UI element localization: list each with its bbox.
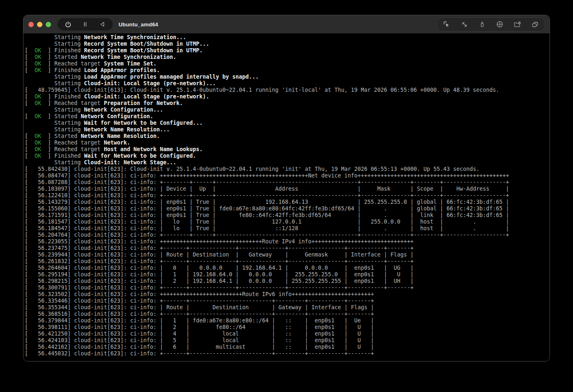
titlebar: Ubuntu_amd64 [23, 15, 550, 33]
console-text-segment: [ 56.398111] cloud-init[623]: ci-info: |… [25, 324, 374, 330]
console-text-segment: [ 56.442162] cloud-init[623]: ci-info: |… [25, 344, 374, 350]
console-text-segment: [ 56.368516] cloud-init[623]: ci-info: +… [25, 311, 374, 317]
console-text-segment: [ 56.355344] cloud-init[623]: ci-info: |… [25, 304, 374, 310]
console-line: [ 56.184547] cloud-init[623]: ci-info: |… [25, 225, 550, 232]
console-line: [ OK ] Reached target Preparation for Ne… [25, 100, 550, 107]
console-text-segment: OK [35, 100, 41, 106]
console-text-segment: Network Name Resolution. [81, 133, 160, 139]
console-text-segment: Starting [25, 120, 84, 126]
console-text-segment: [ 56.445032] cloud-init[623]: ci-info: +… [25, 350, 374, 357]
console-line: [ 56.239944] cloud-init[623]: ci-info: |… [25, 252, 550, 258]
console-text-segment: [ 56.379844] cloud-init[623]: ci-info: |… [25, 317, 374, 324]
console-line: [ 56.264604] cloud-init[623]: ci-info: |… [25, 265, 550, 271]
console-line: [ 56.171591] cloud-init[623]: ci-info: |… [25, 212, 550, 219]
console-text-segment: OK [35, 146, 41, 152]
console-line: [ 56.237475] cloud-init[623]: ci-info: +… [25, 245, 550, 252]
console-text-segment: ] Started [41, 54, 81, 60]
pause-icon [82, 21, 89, 28]
console-text-segment: [ 56.184547] cloud-init[623]: ci-info: |… [25, 225, 509, 231]
console-text-segment: [ 56.143279] cloud-init[623]: ci-info: |… [25, 199, 509, 205]
console-text-segment: Starting [25, 107, 84, 113]
console-line: [ OK ] Started Network Configuration. [25, 113, 550, 120]
console-text-segment: Network Time Synchronization... [84, 34, 186, 40]
console-text-segment: ] Reached target [41, 140, 104, 146]
vm-window: Ubuntu_amd64 [23, 15, 550, 362]
resize-button[interactable] [461, 21, 468, 28]
console-text-segment: ] Finished [41, 67, 84, 73]
console-text-segment: OK [35, 93, 41, 100]
console-text-segment: [ 48.759645] cloud-init[613]: Cloud-init… [25, 87, 499, 93]
console-text-segment: OK [35, 133, 41, 139]
console-text-segment: OK [35, 113, 41, 119]
console-text-segment: System Time Set. [104, 61, 156, 67]
shared-folder-button[interactable] [514, 21, 521, 28]
capture-cursor-button[interactable] [443, 21, 450, 28]
console-line: [ 56.295194] cloud-init[623]: ci-info: |… [25, 271, 550, 278]
minimize-button[interactable] [37, 22, 42, 27]
console-line: [ 56.421250] cloud-init[623]: ci-info: |… [25, 331, 550, 337]
console-text-segment: [ 56.264604] cloud-init[623]: ci-info: |… [25, 265, 414, 271]
console-text-segment: OK [35, 153, 41, 159]
console-text-segment: Network Configuration... [84, 107, 163, 113]
console-text-segment: [ [25, 54, 35, 60]
console-text-segment: Load AppArmor profiles. [84, 67, 160, 73]
console-line: Starting Network Time Synchronization... [25, 34, 550, 41]
console-line: [ OK ] Finished Load AppArmor profiles. [25, 67, 550, 74]
console-line: [ 56.424103] cloud-init[623]: ci-info: |… [25, 337, 550, 344]
console-text-segment: [ [25, 100, 35, 106]
usb-button[interactable] [478, 21, 486, 28]
console-text-segment: Wait for Network to be Configured... [84, 120, 203, 126]
console-text-segment: Network Name Resolution... [84, 126, 170, 133]
pause-button[interactable] [82, 21, 89, 28]
power-button[interactable] [64, 21, 72, 28]
console-line: [ 56.155060] cloud-init[623]: ci-info: |… [25, 205, 550, 212]
console-text-segment: [ [25, 146, 35, 152]
console-text-segment: Starting [25, 80, 84, 86]
console-text-segment: [ 56.181547] cloud-init[623]: ci-info: |… [25, 219, 509, 225]
console-line: [ OK ] Reached target Host and Network N… [25, 146, 550, 153]
console-line: Starting Network Configuration... [25, 107, 550, 113]
console-line: [ 56.223055] cloud-init[623]: ci-info: +… [25, 238, 550, 245]
console-text-segment: [ 56.087288] cloud-init[623]: ci-info: +… [25, 179, 509, 185]
console-text-segment: Cloud-init: Local Stage (pre-network)... [84, 80, 216, 86]
console-text-segment: Starting [25, 34, 84, 40]
console-line: [ 56.398111] cloud-init[623]: ci-info: |… [25, 324, 550, 331]
displays-button[interactable] [531, 21, 539, 28]
console-line: [ OK ] Finished Wait for Network to be C… [25, 153, 550, 159]
console-text-segment: Record System Boot/Shutdown in UTMP. [84, 47, 203, 54]
close-button[interactable] [28, 22, 34, 27]
restart-icon [99, 21, 106, 28]
console-text-segment: Network Time Synchronization. [81, 54, 176, 60]
console-line: [ 56.335446] cloud-init[623]: ci-info: +… [25, 298, 550, 304]
console-line: [ 56.298215] cloud-init[623]: ci-info: |… [25, 278, 550, 285]
console-text-segment: Starting [25, 74, 84, 80]
drive-button[interactable] [496, 21, 503, 28]
console-line: [ 48.759645] cloud-init[613]: Cloud-init… [25, 87, 550, 93]
vm-toolbar [436, 17, 545, 32]
shared-folder-icon [514, 21, 521, 28]
console-text-segment: [ 56.103097] cloud-init[623]: ci-info: |… [25, 186, 509, 192]
console-line: Starting Load AppArmor profiles managed … [25, 74, 550, 80]
restart-button[interactable] [99, 21, 106, 28]
usb-icon [479, 21, 485, 28]
console-text-segment: [ 55.842430] cloud-init[623]: Cloud-init… [25, 166, 480, 172]
console-text-segment: ] Started [41, 113, 81, 119]
console-text-segment: [ 56.155060] cloud-init[623]: ci-info: |… [25, 205, 509, 212]
console-line: [ OK ] Finished Record System Boot/Shutd… [25, 47, 550, 54]
console-text-segment: [ 56.239944] cloud-init[623]: ci-info: |… [25, 252, 414, 258]
console-text-segment: [ [25, 153, 35, 159]
window-title: Ubuntu_amd64 [119, 21, 158, 28]
console-text-segment: [ 56.421250] cloud-init[623]: ci-info: |… [25, 331, 374, 337]
console-text-segment: ] Reached target [41, 100, 104, 106]
console-text-segment: [ [25, 67, 35, 73]
console-text-segment: Starting [25, 159, 84, 166]
vm-control-group [58, 18, 113, 30]
console-text-segment: [ [25, 61, 35, 67]
console-text-segment: [ 56.084747] cloud-init[623]: ci-info: +… [25, 173, 509, 179]
console-line: [ 56.442162] cloud-init[623]: ci-info: |… [25, 344, 550, 350]
console-text-segment: OK [35, 54, 41, 60]
console-text-segment: ] Finished [41, 93, 84, 100]
zoom-button[interactable] [46, 22, 51, 27]
console-line: [ 56.143279] cloud-init[623]: ci-info: |… [25, 199, 550, 205]
console-line: [ 56.323502] cloud-init[623]: ci-info: +… [25, 291, 550, 298]
